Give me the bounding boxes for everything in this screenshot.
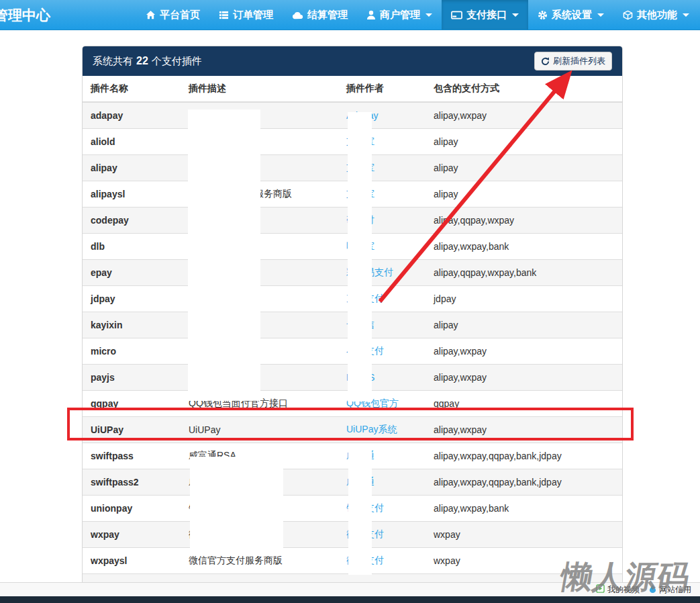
nav-item-platform-home[interactable]: 平台首页: [136, 0, 209, 30]
refresh-plugin-list-button[interactable]: 刷新插件列表: [534, 52, 612, 71]
chevron-down-icon: [426, 13, 432, 17]
col-header-payment-methods: 包含的支付方式: [426, 76, 622, 102]
nav-item-other-functions[interactable]: 其他功能: [613, 0, 699, 30]
col-header-plugin-name: 插件名称: [83, 76, 181, 102]
plugin-name-cell: alipaysl: [83, 181, 181, 207]
gear-icon: [538, 10, 548, 20]
plugin-name-cell: micro: [83, 338, 181, 364]
censor-box-description-upper: [188, 109, 260, 401]
nav-item-system-settings[interactable]: 系统设置: [528, 0, 613, 30]
payment-methods-cell: alipay: [426, 128, 622, 154]
plugin-name-cell: codepay: [83, 207, 181, 233]
app-brand: 管理中心: [0, 0, 50, 30]
home-icon: [146, 10, 156, 20]
navbar-menu: 平台首页 订单管理 结算管理 商户管理 支付接口 系统设置 其他功能: [136, 0, 700, 30]
plugin-name-cell: aliold: [83, 128, 181, 154]
plugin-name-cell: adapay: [83, 102, 181, 128]
censor-box-description-lower: [190, 457, 283, 556]
payment-methods-cell: alipay,wxpay: [426, 364, 622, 390]
red-highlight-rectangle-uiupay-row: [67, 408, 634, 440]
nav-item-settlement-management[interactable]: 结算管理: [283, 0, 357, 30]
plugin-name-cell: jdpay: [83, 285, 181, 312]
watermark-text: 懒人源码: [557, 556, 693, 598]
payment-methods-cell: jdpay: [426, 285, 622, 312]
plugin-name-cell: swiftpass: [83, 443, 181, 469]
plugin-name-cell: epay: [83, 259, 181, 285]
chevron-down-icon: [683, 13, 689, 17]
plugin-count: 22: [136, 55, 148, 67]
plugin-name-cell: unionpay: [83, 495, 181, 521]
plugin-name-cell: dlb: [83, 233, 181, 259]
payment-methods-cell: alipay,qqpay,wxpay,bank: [426, 259, 622, 285]
cloud-icon: [292, 10, 303, 20]
payment-methods-cell: alipay,wxpay,qqpay,bank,jdpay: [426, 443, 622, 469]
plugin-name-cell: alipay: [83, 154, 181, 181]
plugin-name-cell: swiftpass2: [83, 469, 181, 495]
payment-methods-cell: alipay,wxpay: [426, 338, 622, 364]
payment-methods-cell: alipay,wxpay: [426, 102, 622, 128]
col-header-plugin-author: 插件作者: [338, 76, 426, 102]
panel-heading: 系统共有 22 个支付插件 刷新插件列表: [83, 46, 622, 76]
nav-item-merchant-management[interactable]: 商户管理: [357, 0, 442, 30]
top-navbar: 管理中心 平台首页 订单管理 结算管理 商户管理 支付接口 系统设置: [0, 0, 700, 30]
nav-item-order-management[interactable]: 订单管理: [209, 0, 283, 30]
plugin-name-cell: wxpaysl: [83, 547, 181, 573]
payment-methods-cell: alipay,wxpay,qqpay,bank,jdpay: [426, 469, 622, 495]
censor-box-author-upper: [348, 112, 372, 402]
payment-methods-cell: alipay: [426, 312, 622, 338]
plugin-name-cell: payjs: [83, 364, 181, 390]
payment-methods-cell: alipay,wxpay,bank: [426, 495, 622, 521]
table-header-row: 插件名称 插件描述 插件作者 包含的支付方式: [83, 76, 622, 102]
cube-icon: [623, 10, 633, 20]
list-icon: [219, 10, 229, 20]
plugin-name-cell: wxpay: [83, 521, 181, 547]
credit-card-icon: [451, 10, 462, 20]
payment-methods-cell: alipay: [426, 154, 622, 181]
nav-item-payment-interface[interactable]: 支付接口: [442, 0, 528, 30]
user-icon: [366, 10, 376, 20]
panel-title: 系统共有 22 个支付插件: [93, 55, 202, 68]
censor-box-author-lower: [348, 447, 372, 575]
chevron-down-icon: [597, 13, 604, 17]
payment-methods-cell: alipay,wxpay,bank: [426, 233, 622, 259]
payment-methods-cell: alipay,qqpay,wxpay: [426, 207, 622, 233]
col-header-plugin-desc: 插件描述: [181, 76, 338, 102]
payment-methods-cell: wxpay: [426, 521, 622, 547]
chevron-down-icon: [512, 13, 519, 17]
plugin-name-cell: kayixin: [83, 312, 181, 338]
refresh-icon: [541, 57, 550, 66]
payment-methods-cell: alipay: [426, 181, 622, 207]
